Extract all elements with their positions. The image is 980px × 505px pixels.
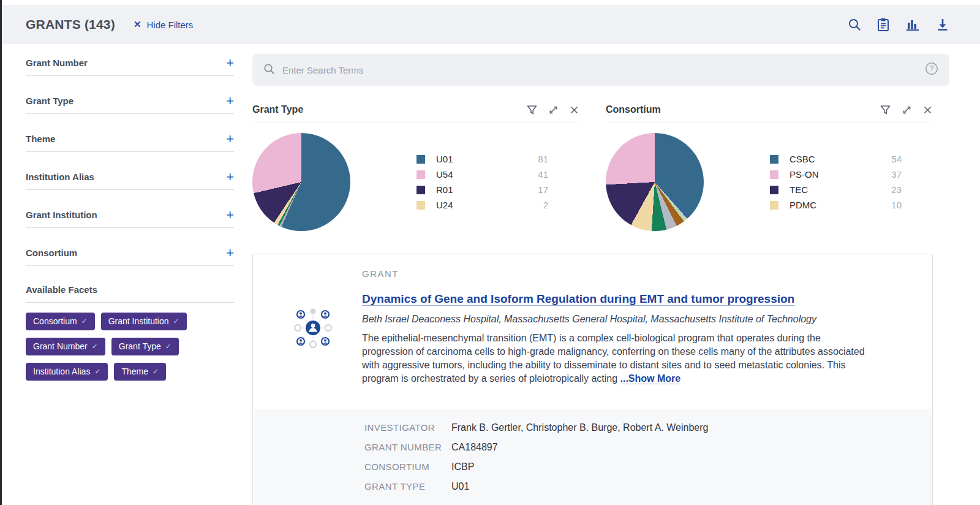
- facet-chip-grant-type[interactable]: Grant Type✓: [111, 338, 179, 355]
- plus-icon[interactable]: +: [226, 172, 234, 182]
- grant-description: The epithelial-mesenchymal transition (E…: [362, 332, 865, 385]
- facet-chip-institution-alias[interactable]: Institution Alias✓: [26, 363, 108, 381]
- detail-value-grant-number: CA184897: [451, 442, 932, 453]
- filter-section-grant-number[interactable]: Grant Number +: [26, 58, 234, 76]
- close-icon[interactable]: [923, 105, 932, 115]
- detail-label-grant-type: GRANT TYPE: [364, 481, 451, 492]
- facet-chip-grant-institution[interactable]: Grant Institution✓: [101, 313, 187, 330]
- legend-row[interactable]: R01 17: [417, 182, 548, 197]
- legend-label: CSBC: [790, 154, 815, 164]
- legend-row[interactable]: U54 41: [417, 167, 548, 182]
- plus-icon[interactable]: +: [226, 96, 234, 106]
- legend-label: U01: [436, 154, 453, 164]
- grant-type-chart-panel: Grant Type: [252, 98, 579, 231]
- legend-value: 2: [543, 200, 548, 210]
- filter-section-grant-type[interactable]: Grant Type +: [26, 96, 234, 114]
- filter-section-consortium[interactable]: Consortium +: [26, 248, 234, 266]
- legend-label: PS-ON: [790, 169, 819, 180]
- svg-text:?: ?: [930, 64, 934, 73]
- bar-chart-icon[interactable]: [905, 18, 920, 31]
- detail-label-grant-number: GRANT NUMBER: [364, 442, 451, 452]
- hide-filters-label: Hide Filters: [147, 20, 194, 30]
- plus-icon[interactable]: +: [226, 58, 234, 68]
- legend-value: 41: [538, 169, 548, 180]
- legend-label: PDMC: [790, 200, 816, 210]
- chip-label: Grant Institution: [108, 316, 169, 326]
- report-clipboard-icon[interactable]: [877, 18, 889, 31]
- chart-title: Grant Type: [252, 104, 303, 115]
- legend-row[interactable]: PDMC 10: [770, 197, 902, 213]
- chip-label: Institution Alias: [33, 366, 90, 376]
- legend-swatch: [417, 201, 425, 210]
- show-more-link[interactable]: ...Show More: [620, 373, 681, 384]
- search-input[interactable]: [282, 65, 925, 75]
- filter-label: Grant Number: [26, 58, 88, 68]
- grant-result-card[interactable]: GRANT Dynamics of Gene and Isoform Regul…: [252, 254, 933, 505]
- search-icon[interactable]: [848, 18, 861, 31]
- chart-legend: CSBC 54 PS-ON 37 TEC 23: [770, 151, 902, 231]
- expand-icon[interactable]: [548, 105, 559, 115]
- legend-row[interactable]: U24 2: [417, 197, 548, 213]
- legend-label: U24: [436, 200, 453, 210]
- grant-description-text: The epithelial-mesenchymal transition (E…: [362, 333, 865, 384]
- grant-title-link[interactable]: Dynamics of Gene and Isoform Regulation …: [362, 292, 794, 306]
- filter-section-theme[interactable]: Theme +: [26, 134, 234, 152]
- consortium-pie-chart[interactable]: [606, 133, 704, 231]
- facet-chip-consortium[interactable]: Consortium✓: [26, 313, 95, 330]
- legend-value: 10: [891, 200, 902, 210]
- filter-label: Theme: [26, 134, 55, 144]
- filter-section-institution-alias[interactable]: Institution Alias +: [26, 172, 234, 190]
- filter-label: Institution Alias: [26, 172, 94, 182]
- available-facets-title: Available Facets: [26, 284, 234, 303]
- plus-icon[interactable]: +: [226, 134, 234, 144]
- plus-icon[interactable]: +: [226, 210, 234, 220]
- result-type-label: GRANT: [362, 268, 865, 279]
- hide-filters-button[interactable]: ✕ Hide Filters: [134, 19, 193, 30]
- grant-details-panel: INVESTIGATOR Frank B. Gertler, Christoph…: [254, 409, 932, 505]
- close-icon: ✕: [134, 19, 141, 30]
- filter-funnel-icon[interactable]: [527, 105, 537, 115]
- legend-value: 23: [891, 184, 902, 195]
- legend-value: 17: [538, 184, 548, 195]
- plus-icon[interactable]: +: [226, 248, 234, 258]
- grant-type-pie-chart[interactable]: [252, 133, 350, 231]
- legend-row[interactable]: CSBC 54: [770, 151, 902, 167]
- legend-row[interactable]: TEC 23: [770, 182, 902, 197]
- filter-label: Consortium: [26, 248, 77, 258]
- close-icon[interactable]: [570, 105, 579, 115]
- search-icon: [263, 63, 275, 77]
- legend-row[interactable]: PS-ON 37: [770, 167, 902, 182]
- legend-value: 81: [538, 154, 548, 164]
- check-icon: ✓: [92, 342, 98, 351]
- detail-label-investigator: INVESTIGATOR: [364, 422, 451, 433]
- expand-icon[interactable]: [902, 105, 912, 115]
- check-icon: ✓: [94, 367, 100, 376]
- detail-value-investigator: Frank B. Gertler, Christopher B. Burge, …: [451, 422, 932, 433]
- check-icon: ✓: [173, 317, 179, 325]
- legend-swatch: [770, 201, 778, 210]
- chip-label: Theme: [121, 366, 148, 376]
- legend-label: TEC: [790, 184, 808, 195]
- legend-swatch: [770, 155, 778, 164]
- check-icon: ✓: [165, 342, 172, 351]
- detail-value-consortium: ICBP: [451, 461, 932, 473]
- check-icon: ✓: [153, 367, 159, 376]
- chip-label: Grant Number: [33, 341, 88, 351]
- help-icon[interactable]: ?: [925, 62, 938, 78]
- consortium-chart-panel: Consortium: [606, 98, 932, 231]
- legend-swatch: [770, 170, 778, 179]
- legend-swatch: [770, 186, 778, 194]
- filter-section-grant-institution[interactable]: Grant Institution +: [26, 210, 234, 228]
- facet-chip-theme[interactable]: Theme✓: [114, 363, 166, 381]
- filters-sidebar: Grant Number + Grant Type + Theme + Inst…: [26, 44, 234, 381]
- legend-value: 54: [891, 154, 902, 164]
- legend-swatch: [417, 170, 425, 179]
- download-icon[interactable]: [936, 18, 949, 31]
- legend-swatch: [417, 186, 425, 194]
- legend-row[interactable]: U01 81: [417, 151, 548, 167]
- grant-institutions: Beth Israel Deaconess Hospital, Massachu…: [362, 314, 865, 325]
- facet-chip-grant-number[interactable]: Grant Number✓: [26, 338, 105, 355]
- filter-funnel-icon[interactable]: [880, 105, 891, 115]
- filter-label: Grant Institution: [26, 210, 97, 220]
- chart-legend: U01 81 U54 41 R01 17 U2: [417, 151, 548, 231]
